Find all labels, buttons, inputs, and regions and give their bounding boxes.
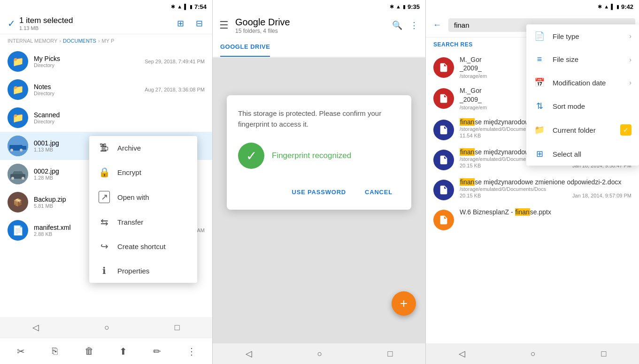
context-menu: 🗜 Archive 🔒 Encrypt ↗ Open with ⇆ Transf… xyxy=(89,136,197,283)
pdf-icon xyxy=(433,57,454,78)
copy-button[interactable]: ⎘ xyxy=(46,342,64,361)
context-menu-transfer[interactable]: ⇆ Transfer xyxy=(89,210,197,234)
encrypt-icon: 🔒 xyxy=(99,167,110,178)
breadcrumb-myp[interactable]: MY P xyxy=(102,38,115,44)
file-name: Scanned xyxy=(34,111,199,119)
docx-icon-2 xyxy=(433,150,454,170)
select-all-button[interactable]: ⊞ xyxy=(173,16,188,31)
highlight-4: finan xyxy=(515,208,530,216)
wifi-icon: ▲ xyxy=(177,4,182,9)
breadcrumb-documents[interactable]: DOCUMENTS xyxy=(63,38,96,44)
menu-button-p2[interactable]: ☰ xyxy=(216,18,231,33)
back-nav-button[interactable]: ◁ xyxy=(32,322,39,333)
status-icons-p1: ✱ ▲ ▌ ▮ 7:54 xyxy=(171,3,207,10)
cancel-button-fp[interactable]: CANCEL xyxy=(357,184,400,200)
search-results-panel: ✱ ▲ ▌ ▮ 9:42 ← finan 📄 File type › ≡ Fil… xyxy=(426,0,639,364)
signal-icon-p3: ▌ xyxy=(611,4,615,9)
properties-label: Properties xyxy=(117,267,149,275)
search-result-item[interactable]: W.6 BiznesplanZ - finanse.pptx xyxy=(426,204,639,234)
recents-nav-p2[interactable]: □ xyxy=(388,349,393,359)
drive-title: Google Drive xyxy=(235,17,386,28)
recents-nav-button[interactable]: □ xyxy=(175,323,180,333)
fp-dialog-buttons: USE PASSWORD CANCEL xyxy=(238,184,400,200)
list-item[interactable]: 📁 Notes Directory Aug 27, 2018, 3:36:08 … xyxy=(0,76,212,104)
bottom-toolbar: ✂ ⎘ 🗑 ⬆ ✏ ⋮ xyxy=(0,338,212,364)
open-with-label: Open with xyxy=(117,193,149,201)
properties-icon: ℹ xyxy=(99,265,110,276)
highlight: finan xyxy=(460,118,475,126)
filter-dropdown-menu: 📄 File type › ≡ File size › 📅 Modificati… xyxy=(526,24,639,166)
chevron-right-icon-3: › xyxy=(629,79,631,86)
file-type: Directory xyxy=(34,119,199,124)
search-result-item[interactable]: finanse międzynarodowe zmienione odpowie… xyxy=(426,174,639,204)
context-menu-shortcut[interactable]: ↪ Create shortcut xyxy=(89,234,197,258)
use-password-button[interactable]: USE PASSWORD xyxy=(284,184,354,200)
breadcrumb: INTERNAL MEMORY › DOCUMENTS › MY P xyxy=(0,34,212,47)
filter-file-size[interactable]: ≡ File size › xyxy=(526,48,639,71)
sr-filename-5: finanse międzynarodowe zmienione odpowie… xyxy=(460,178,631,186)
file-type: Directory xyxy=(34,91,139,96)
search-button-p2[interactable]: 🔍 xyxy=(390,18,405,33)
tab-google-drive[interactable]: GOOGLE DRIVE xyxy=(220,38,270,57)
filter-select-all[interactable]: ⊞ Select all xyxy=(526,142,639,166)
grid-view-button[interactable]: ⊟ xyxy=(192,16,207,31)
drive-subtitle: 15 folders, 4 files xyxy=(235,28,386,34)
fp-check-icon: ✓ xyxy=(238,143,264,169)
back-nav-p3[interactable]: ◁ xyxy=(459,349,465,359)
home-nav-p2[interactable]: ○ xyxy=(317,349,323,359)
sr-size-5: 20.15 KB xyxy=(460,193,481,198)
filter-current-folder[interactable]: 📁 Current folder ✓ xyxy=(526,118,639,142)
filter-sort-mode[interactable]: ⇅ Sort mode xyxy=(526,94,639,118)
folder-icon: 📁 xyxy=(8,107,28,128)
fab-add-button[interactable]: + xyxy=(392,291,416,316)
archive-label: Archive xyxy=(117,144,141,152)
filter-file-size-label: File size xyxy=(553,55,578,63)
filter-file-type[interactable]: 📄 File type › xyxy=(526,24,639,48)
battery-icon-p2: ▮ xyxy=(403,4,406,10)
file-date: Sep 29, 2018, 7:49:41 PM xyxy=(145,59,205,64)
context-menu-properties[interactable]: ℹ Properties xyxy=(89,258,197,283)
check-mark-icon: ✓ xyxy=(620,124,631,136)
bluetooth-icon-p2: ✱ xyxy=(390,4,394,10)
share-button[interactable]: ⬆ xyxy=(114,342,132,361)
file-icon: 📄 xyxy=(8,220,28,241)
context-menu-archive[interactable]: 🗜 Archive xyxy=(89,136,197,160)
bluetooth-icon-p3: ✱ xyxy=(598,4,602,10)
transfer-label: Transfer xyxy=(117,218,143,226)
back-button-p3[interactable]: ← xyxy=(430,18,445,33)
list-item[interactable]: 📁 My Picks Directory Sep 29, 2018, 7:49:… xyxy=(0,47,212,76)
pptx-icon xyxy=(433,210,454,230)
context-menu-encrypt[interactable]: 🔒 Encrypt xyxy=(89,160,197,184)
context-menu-open-with[interactable]: ↗ Open with xyxy=(89,184,197,210)
docx-icon-3 xyxy=(433,180,454,200)
filter-mod-date-label: Modification date xyxy=(553,79,606,87)
back-nav-p2[interactable]: ◁ xyxy=(246,349,252,359)
docx-icon xyxy=(433,120,454,140)
svg-rect-9 xyxy=(22,177,24,180)
delete-button[interactable]: 🗑 xyxy=(80,342,99,361)
status-bar-p2: ✱ ▲ ▮ 9:35 xyxy=(213,0,425,13)
home-nav-p3[interactable]: ○ xyxy=(531,349,536,359)
filter-modification-date[interactable]: 📅 Modification date › xyxy=(526,71,639,94)
edit-button[interactable]: ✏ xyxy=(148,342,167,361)
file-name: Notes xyxy=(34,83,139,91)
fp-dialog-message: This storage is protected. Please confir… xyxy=(238,108,400,129)
wifi-icon-p2: ▲ xyxy=(396,4,401,9)
svg-rect-8 xyxy=(11,177,14,180)
select-all-icon: ⊞ xyxy=(534,149,545,159)
transfer-icon: ⇆ xyxy=(99,216,110,228)
sr-date-5: Jan 18, 2014, 9:57:09 PM xyxy=(572,193,631,198)
breadcrumb-internal[interactable]: INTERNAL MEMORY xyxy=(8,38,57,44)
wifi-icon-p3: ▲ xyxy=(604,4,609,9)
more-options-button[interactable]: ⋮ xyxy=(182,342,201,361)
selected-label: 1 item selected xyxy=(19,16,73,25)
cut-button[interactable]: ✂ xyxy=(11,342,30,361)
list-item[interactable]: 📁 Scanned Directory xyxy=(0,104,212,132)
folder-icon-dd: 📁 xyxy=(534,125,545,135)
more-button-p2[interactable]: ⋮ xyxy=(407,18,422,33)
home-nav-button[interactable]: ○ xyxy=(104,323,109,333)
image-thumbnail xyxy=(8,164,28,184)
file-manager-panel: ✱ ▲ ▌ ▮ 7:54 ✓ 1 item selected 1.13 MB ⊞… xyxy=(0,0,213,364)
svg-rect-3 xyxy=(10,149,13,152)
recents-nav-p3[interactable]: □ xyxy=(601,349,606,359)
